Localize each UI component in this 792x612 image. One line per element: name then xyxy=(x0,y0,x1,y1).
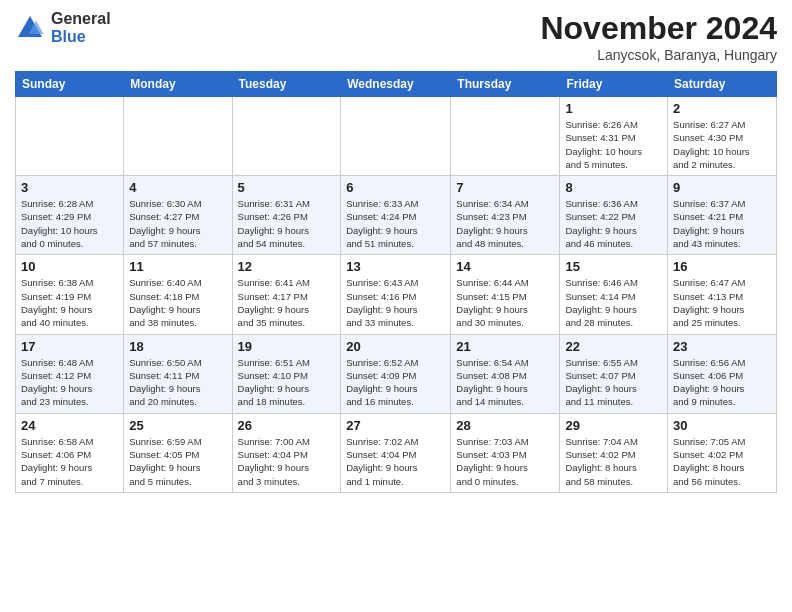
day-info: Sunrise: 6:48 AM Sunset: 4:12 PM Dayligh… xyxy=(21,356,118,409)
day-info: Sunrise: 7:00 AM Sunset: 4:04 PM Dayligh… xyxy=(238,435,336,488)
day-number: 13 xyxy=(346,259,445,274)
calendar-cell: 2Sunrise: 6:27 AM Sunset: 4:30 PM Daylig… xyxy=(668,97,777,176)
calendar-cell: 13Sunrise: 6:43 AM Sunset: 4:16 PM Dayli… xyxy=(341,255,451,334)
calendar-header-thursday: Thursday xyxy=(451,72,560,97)
calendar-cell xyxy=(451,97,560,176)
calendar-cell: 26Sunrise: 7:00 AM Sunset: 4:04 PM Dayli… xyxy=(232,413,341,492)
calendar-cell xyxy=(16,97,124,176)
calendar-cell: 18Sunrise: 6:50 AM Sunset: 4:11 PM Dayli… xyxy=(124,334,232,413)
day-number: 14 xyxy=(456,259,554,274)
day-info: Sunrise: 7:02 AM Sunset: 4:04 PM Dayligh… xyxy=(346,435,445,488)
day-info: Sunrise: 6:27 AM Sunset: 4:30 PM Dayligh… xyxy=(673,118,771,171)
calendar-cell: 5Sunrise: 6:31 AM Sunset: 4:26 PM Daylig… xyxy=(232,176,341,255)
calendar-cell: 29Sunrise: 7:04 AM Sunset: 4:02 PM Dayli… xyxy=(560,413,668,492)
day-info: Sunrise: 6:31 AM Sunset: 4:26 PM Dayligh… xyxy=(238,197,336,250)
day-number: 28 xyxy=(456,418,554,433)
calendar-cell: 23Sunrise: 6:56 AM Sunset: 4:06 PM Dayli… xyxy=(668,334,777,413)
calendar-cell: 21Sunrise: 6:54 AM Sunset: 4:08 PM Dayli… xyxy=(451,334,560,413)
calendar-cell: 16Sunrise: 6:47 AM Sunset: 4:13 PM Dayli… xyxy=(668,255,777,334)
day-info: Sunrise: 6:51 AM Sunset: 4:10 PM Dayligh… xyxy=(238,356,336,409)
calendar-week-1: 3Sunrise: 6:28 AM Sunset: 4:29 PM Daylig… xyxy=(16,176,777,255)
calendar-cell: 4Sunrise: 6:30 AM Sunset: 4:27 PM Daylig… xyxy=(124,176,232,255)
day-info: Sunrise: 6:28 AM Sunset: 4:29 PM Dayligh… xyxy=(21,197,118,250)
day-info: Sunrise: 6:55 AM Sunset: 4:07 PM Dayligh… xyxy=(565,356,662,409)
day-number: 18 xyxy=(129,339,226,354)
day-info: Sunrise: 6:56 AM Sunset: 4:06 PM Dayligh… xyxy=(673,356,771,409)
calendar-cell: 15Sunrise: 6:46 AM Sunset: 4:14 PM Dayli… xyxy=(560,255,668,334)
day-info: Sunrise: 6:26 AM Sunset: 4:31 PM Dayligh… xyxy=(565,118,662,171)
calendar-cell: 28Sunrise: 7:03 AM Sunset: 4:03 PM Dayli… xyxy=(451,413,560,492)
calendar: SundayMondayTuesdayWednesdayThursdayFrid… xyxy=(15,71,777,493)
calendar-cell xyxy=(232,97,341,176)
calendar-header-sunday: Sunday xyxy=(16,72,124,97)
day-number: 2 xyxy=(673,101,771,116)
day-info: Sunrise: 6:30 AM Sunset: 4:27 PM Dayligh… xyxy=(129,197,226,250)
calendar-cell: 25Sunrise: 6:59 AM Sunset: 4:05 PM Dayli… xyxy=(124,413,232,492)
day-number: 8 xyxy=(565,180,662,195)
calendar-cell: 17Sunrise: 6:48 AM Sunset: 4:12 PM Dayli… xyxy=(16,334,124,413)
page: General Blue November 2024 Lanycsok, Bar… xyxy=(0,0,792,503)
calendar-cell: 22Sunrise: 6:55 AM Sunset: 4:07 PM Dayli… xyxy=(560,334,668,413)
calendar-cell: 19Sunrise: 6:51 AM Sunset: 4:10 PM Dayli… xyxy=(232,334,341,413)
calendar-cell: 27Sunrise: 7:02 AM Sunset: 4:04 PM Dayli… xyxy=(341,413,451,492)
day-number: 6 xyxy=(346,180,445,195)
calendar-header-friday: Friday xyxy=(560,72,668,97)
calendar-cell: 24Sunrise: 6:58 AM Sunset: 4:06 PM Dayli… xyxy=(16,413,124,492)
day-number: 26 xyxy=(238,418,336,433)
calendar-cell: 10Sunrise: 6:38 AM Sunset: 4:19 PM Dayli… xyxy=(16,255,124,334)
logo-icon xyxy=(15,13,45,43)
day-number: 9 xyxy=(673,180,771,195)
day-number: 22 xyxy=(565,339,662,354)
day-info: Sunrise: 7:05 AM Sunset: 4:02 PM Dayligh… xyxy=(673,435,771,488)
day-number: 29 xyxy=(565,418,662,433)
calendar-cell: 8Sunrise: 6:36 AM Sunset: 4:22 PM Daylig… xyxy=(560,176,668,255)
day-number: 23 xyxy=(673,339,771,354)
calendar-cell: 14Sunrise: 6:44 AM Sunset: 4:15 PM Dayli… xyxy=(451,255,560,334)
calendar-week-2: 10Sunrise: 6:38 AM Sunset: 4:19 PM Dayli… xyxy=(16,255,777,334)
day-info: Sunrise: 6:44 AM Sunset: 4:15 PM Dayligh… xyxy=(456,276,554,329)
calendar-cell: 20Sunrise: 6:52 AM Sunset: 4:09 PM Dayli… xyxy=(341,334,451,413)
logo-text: General Blue xyxy=(51,10,111,45)
day-number: 3 xyxy=(21,180,118,195)
day-info: Sunrise: 6:47 AM Sunset: 4:13 PM Dayligh… xyxy=(673,276,771,329)
calendar-cell: 6Sunrise: 6:33 AM Sunset: 4:24 PM Daylig… xyxy=(341,176,451,255)
day-info: Sunrise: 6:34 AM Sunset: 4:23 PM Dayligh… xyxy=(456,197,554,250)
header: General Blue November 2024 Lanycsok, Bar… xyxy=(15,10,777,63)
logo: General Blue xyxy=(15,10,111,45)
day-number: 15 xyxy=(565,259,662,274)
day-number: 19 xyxy=(238,339,336,354)
calendar-header-row: SundayMondayTuesdayWednesdayThursdayFrid… xyxy=(16,72,777,97)
day-info: Sunrise: 6:33 AM Sunset: 4:24 PM Dayligh… xyxy=(346,197,445,250)
title-location: Lanycsok, Baranya, Hungary xyxy=(540,47,777,63)
title-block: November 2024 Lanycsok, Baranya, Hungary xyxy=(540,10,777,63)
day-number: 21 xyxy=(456,339,554,354)
calendar-header-saturday: Saturday xyxy=(668,72,777,97)
calendar-week-0: 1Sunrise: 6:26 AM Sunset: 4:31 PM Daylig… xyxy=(16,97,777,176)
day-info: Sunrise: 6:41 AM Sunset: 4:17 PM Dayligh… xyxy=(238,276,336,329)
day-number: 24 xyxy=(21,418,118,433)
calendar-week-3: 17Sunrise: 6:48 AM Sunset: 4:12 PM Dayli… xyxy=(16,334,777,413)
day-number: 10 xyxy=(21,259,118,274)
day-info: Sunrise: 7:04 AM Sunset: 4:02 PM Dayligh… xyxy=(565,435,662,488)
day-info: Sunrise: 6:43 AM Sunset: 4:16 PM Dayligh… xyxy=(346,276,445,329)
day-number: 5 xyxy=(238,180,336,195)
day-number: 4 xyxy=(129,180,226,195)
calendar-cell xyxy=(341,97,451,176)
day-number: 1 xyxy=(565,101,662,116)
logo-general: General xyxy=(51,10,111,28)
day-info: Sunrise: 6:46 AM Sunset: 4:14 PM Dayligh… xyxy=(565,276,662,329)
day-number: 17 xyxy=(21,339,118,354)
calendar-cell: 7Sunrise: 6:34 AM Sunset: 4:23 PM Daylig… xyxy=(451,176,560,255)
day-number: 7 xyxy=(456,180,554,195)
calendar-cell: 11Sunrise: 6:40 AM Sunset: 4:18 PM Dayli… xyxy=(124,255,232,334)
calendar-cell: 1Sunrise: 6:26 AM Sunset: 4:31 PM Daylig… xyxy=(560,97,668,176)
day-number: 27 xyxy=(346,418,445,433)
day-info: Sunrise: 6:40 AM Sunset: 4:18 PM Dayligh… xyxy=(129,276,226,329)
title-month: November 2024 xyxy=(540,10,777,47)
day-info: Sunrise: 6:54 AM Sunset: 4:08 PM Dayligh… xyxy=(456,356,554,409)
day-info: Sunrise: 6:36 AM Sunset: 4:22 PM Dayligh… xyxy=(565,197,662,250)
calendar-week-4: 24Sunrise: 6:58 AM Sunset: 4:06 PM Dayli… xyxy=(16,413,777,492)
logo-blue: Blue xyxy=(51,28,111,46)
calendar-header-tuesday: Tuesday xyxy=(232,72,341,97)
day-number: 16 xyxy=(673,259,771,274)
